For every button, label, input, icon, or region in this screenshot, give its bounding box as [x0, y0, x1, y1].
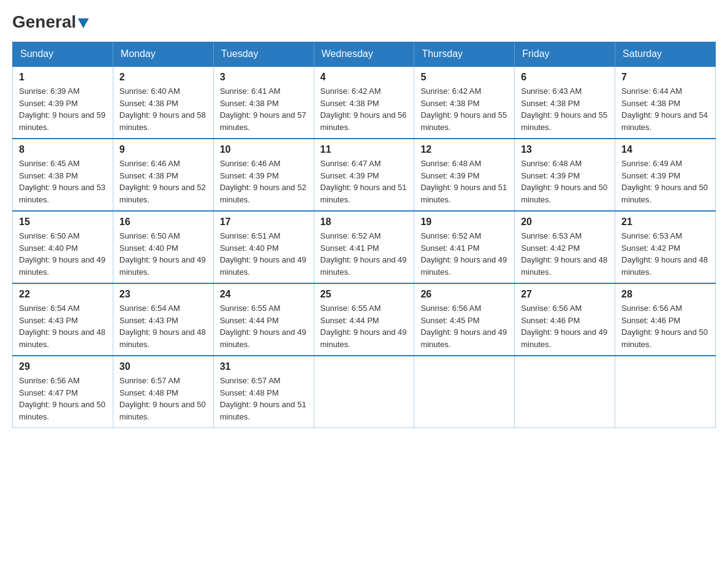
logo: General: [12, 12, 89, 29]
day-number: 11: [320, 144, 408, 155]
calendar-week-row: 22Sunrise: 6:54 AMSunset: 4:43 PMDayligh…: [13, 283, 716, 356]
day-info: Sunrise: 6:46 AMSunset: 4:38 PMDaylight:…: [119, 158, 207, 205]
day-number: 1: [19, 72, 107, 83]
day-number: 4: [320, 72, 408, 83]
calendar-cell: 23Sunrise: 6:54 AMSunset: 4:43 PMDayligh…: [113, 283, 213, 356]
calendar-week-row: 1Sunrise: 6:39 AMSunset: 4:39 PMDaylight…: [13, 66, 716, 139]
day-number: 10: [220, 144, 308, 155]
day-number: 14: [621, 144, 709, 155]
day-number: 25: [320, 289, 408, 300]
calendar-cell: 5Sunrise: 6:42 AMSunset: 4:38 PMDaylight…: [414, 66, 515, 139]
day-number: 9: [119, 144, 207, 155]
calendar-cell: [615, 356, 716, 428]
calendar-cell: [414, 356, 515, 428]
day-info: Sunrise: 6:48 AMSunset: 4:39 PMDaylight:…: [420, 158, 508, 205]
page-header: General: [12, 12, 716, 29]
day-info: Sunrise: 6:50 AMSunset: 4:40 PMDaylight:…: [19, 230, 107, 278]
calendar-cell: 24Sunrise: 6:55 AMSunset: 4:44 PMDayligh…: [213, 283, 314, 356]
calendar-cell: 30Sunrise: 6:57 AMSunset: 4:48 PMDayligh…: [113, 356, 213, 428]
header-sunday: Sunday: [13, 42, 113, 67]
day-number: 27: [521, 289, 609, 300]
day-info: Sunrise: 6:40 AMSunset: 4:38 PMDaylight:…: [119, 85, 207, 133]
day-info: Sunrise: 6:48 AMSunset: 4:39 PMDaylight:…: [521, 158, 609, 205]
day-info: Sunrise: 6:50 AMSunset: 4:40 PMDaylight:…: [119, 230, 207, 278]
day-number: 12: [420, 144, 508, 155]
day-info: Sunrise: 6:55 AMSunset: 4:44 PMDaylight:…: [220, 302, 308, 350]
calendar-cell: 1Sunrise: 6:39 AMSunset: 4:39 PMDaylight…: [13, 66, 113, 139]
day-info: Sunrise: 6:51 AMSunset: 4:40 PMDaylight:…: [220, 230, 308, 278]
day-number: 6: [521, 72, 609, 83]
day-info: Sunrise: 6:42 AMSunset: 4:38 PMDaylight:…: [320, 85, 408, 133]
header-tuesday: Tuesday: [213, 42, 314, 67]
calendar-cell: 19Sunrise: 6:52 AMSunset: 4:41 PMDayligh…: [414, 211, 515, 283]
calendar-cell: 12Sunrise: 6:48 AMSunset: 4:39 PMDayligh…: [414, 139, 515, 211]
day-info: Sunrise: 6:57 AMSunset: 4:48 PMDaylight:…: [220, 375, 308, 423]
day-number: 2: [119, 72, 207, 83]
calendar-week-row: 8Sunrise: 6:45 AMSunset: 4:38 PMDaylight…: [13, 139, 716, 211]
header-friday: Friday: [515, 42, 615, 67]
day-number: 26: [420, 289, 508, 300]
calendar-cell: 25Sunrise: 6:55 AMSunset: 4:44 PMDayligh…: [314, 283, 414, 356]
calendar-cell: 11Sunrise: 6:47 AMSunset: 4:39 PMDayligh…: [314, 139, 414, 211]
calendar-cell: 18Sunrise: 6:52 AMSunset: 4:41 PMDayligh…: [314, 211, 414, 283]
calendar-cell: 10Sunrise: 6:46 AMSunset: 4:39 PMDayligh…: [213, 139, 314, 211]
calendar-cell: 17Sunrise: 6:51 AMSunset: 4:40 PMDayligh…: [213, 211, 314, 283]
logo-general-text: General: [12, 12, 76, 32]
day-info: Sunrise: 6:44 AMSunset: 4:38 PMDaylight:…: [621, 85, 709, 133]
day-info: Sunrise: 6:56 AMSunset: 4:46 PMDaylight:…: [621, 302, 709, 350]
day-number: 18: [320, 216, 408, 228]
calendar-table: SundayMondayTuesdayWednesdayThursdayFrid…: [12, 42, 716, 428]
calendar-cell: 29Sunrise: 6:56 AMSunset: 4:47 PMDayligh…: [13, 356, 113, 428]
day-number: 8: [19, 144, 107, 155]
calendar-cell: [314, 356, 414, 428]
day-info: Sunrise: 6:57 AMSunset: 4:48 PMDaylight:…: [119, 375, 207, 423]
calendar-cell: 7Sunrise: 6:44 AMSunset: 4:38 PMDaylight…: [615, 66, 716, 139]
day-number: 23: [119, 289, 207, 300]
day-number: 21: [621, 216, 709, 228]
day-info: Sunrise: 6:39 AMSunset: 4:39 PMDaylight:…: [19, 85, 107, 133]
calendar-cell: 2Sunrise: 6:40 AMSunset: 4:38 PMDaylight…: [113, 66, 213, 139]
calendar-cell: 13Sunrise: 6:48 AMSunset: 4:39 PMDayligh…: [515, 139, 615, 211]
day-number: 3: [220, 72, 308, 83]
calendar-cell: 20Sunrise: 6:53 AMSunset: 4:42 PMDayligh…: [515, 211, 615, 283]
calendar-cell: 27Sunrise: 6:56 AMSunset: 4:46 PMDayligh…: [515, 283, 615, 356]
day-info: Sunrise: 6:55 AMSunset: 4:44 PMDaylight:…: [320, 302, 408, 350]
calendar-week-row: 15Sunrise: 6:50 AMSunset: 4:40 PMDayligh…: [13, 211, 716, 283]
day-number: 7: [621, 72, 709, 83]
day-number: 13: [521, 144, 609, 155]
day-info: Sunrise: 6:49 AMSunset: 4:39 PMDaylight:…: [621, 158, 709, 205]
day-number: 15: [19, 216, 107, 228]
logo-arrow-icon: [78, 18, 89, 28]
day-number: 28: [621, 289, 709, 300]
day-info: Sunrise: 6:42 AMSunset: 4:38 PMDaylight:…: [420, 85, 508, 133]
day-info: Sunrise: 6:54 AMSunset: 4:43 PMDaylight:…: [119, 302, 207, 350]
day-info: Sunrise: 6:46 AMSunset: 4:39 PMDaylight:…: [220, 158, 308, 205]
day-info: Sunrise: 6:53 AMSunset: 4:42 PMDaylight:…: [521, 230, 609, 278]
day-number: 19: [420, 216, 508, 228]
calendar-cell: 15Sunrise: 6:50 AMSunset: 4:40 PMDayligh…: [13, 211, 113, 283]
calendar-cell: 22Sunrise: 6:54 AMSunset: 4:43 PMDayligh…: [13, 283, 113, 356]
calendar-cell: 4Sunrise: 6:42 AMSunset: 4:38 PMDaylight…: [314, 66, 414, 139]
day-number: 20: [521, 216, 609, 228]
day-info: Sunrise: 6:52 AMSunset: 4:41 PMDaylight:…: [420, 230, 508, 278]
calendar-cell: 14Sunrise: 6:49 AMSunset: 4:39 PMDayligh…: [615, 139, 716, 211]
day-info: Sunrise: 6:56 AMSunset: 4:45 PMDaylight:…: [420, 302, 508, 350]
day-info: Sunrise: 6:54 AMSunset: 4:43 PMDaylight:…: [19, 302, 107, 350]
header-thursday: Thursday: [414, 42, 515, 67]
calendar-cell: 21Sunrise: 6:53 AMSunset: 4:42 PMDayligh…: [615, 211, 716, 283]
day-number: 31: [220, 361, 308, 372]
day-info: Sunrise: 6:53 AMSunset: 4:42 PMDaylight:…: [621, 230, 709, 278]
calendar-cell: 31Sunrise: 6:57 AMSunset: 4:48 PMDayligh…: [213, 356, 314, 428]
header-saturday: Saturday: [615, 42, 716, 67]
day-number: 29: [19, 361, 107, 372]
day-number: 22: [19, 289, 107, 300]
calendar-cell: 3Sunrise: 6:41 AMSunset: 4:38 PMDaylight…: [213, 66, 314, 139]
calendar-header-row: SundayMondayTuesdayWednesdayThursdayFrid…: [13, 42, 716, 67]
day-number: 17: [220, 216, 308, 228]
day-info: Sunrise: 6:43 AMSunset: 4:38 PMDaylight:…: [521, 85, 609, 133]
header-monday: Monday: [113, 42, 213, 67]
day-info: Sunrise: 6:56 AMSunset: 4:47 PMDaylight:…: [19, 375, 107, 423]
day-number: 30: [119, 361, 207, 372]
calendar-cell: 28Sunrise: 6:56 AMSunset: 4:46 PMDayligh…: [615, 283, 716, 356]
day-number: 16: [119, 216, 207, 228]
